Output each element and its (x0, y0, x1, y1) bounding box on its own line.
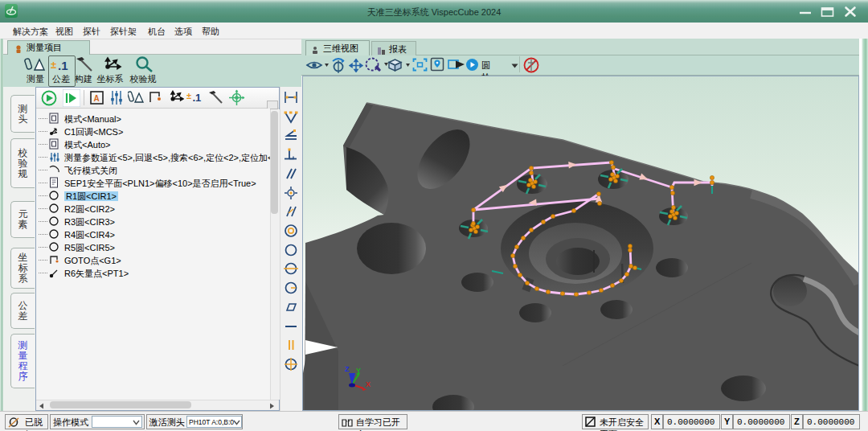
svg-text:X: X (366, 380, 371, 388)
svg-text:.1: .1 (193, 92, 202, 104)
svg-text:A: A (94, 94, 100, 103)
svg-text:Y: Y (356, 367, 361, 375)
svg-text:Z: Z (345, 365, 350, 373)
svg-text:±: ± (186, 91, 191, 101)
